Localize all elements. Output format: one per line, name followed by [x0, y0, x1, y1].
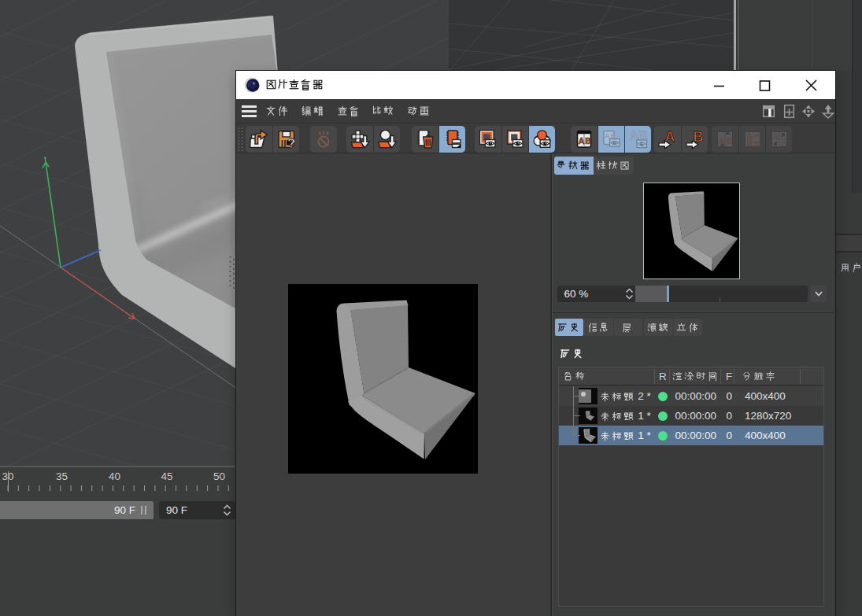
- svg-text:B: B: [727, 137, 732, 146]
- svg-text:?: ?: [287, 136, 295, 150]
- svg-text:A: A: [773, 132, 779, 140]
- svg-text:B: B: [782, 140, 787, 148]
- svg-text:B: B: [747, 139, 753, 148]
- svg-text:A: A: [719, 137, 724, 146]
- svg-text:B: B: [585, 136, 591, 146]
- svg-text:A: A: [578, 136, 584, 146]
- svg-text:A: A: [605, 132, 609, 140]
